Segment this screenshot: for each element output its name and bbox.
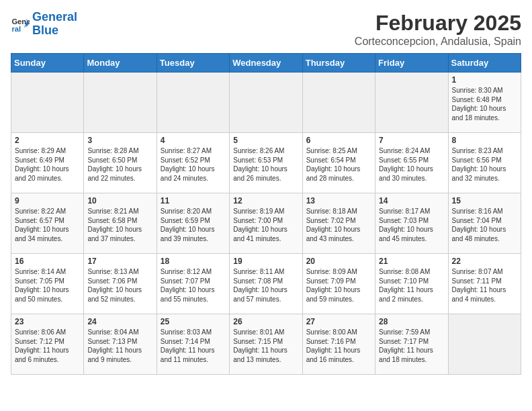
- calendar-cell: 3Sunrise: 8:28 AM Sunset: 6:50 PM Daylig…: [84, 133, 157, 193]
- day-info: Sunrise: 8:11 AM Sunset: 7:08 PM Dayligh…: [233, 267, 298, 304]
- day-info: Sunrise: 8:12 AM Sunset: 7:07 PM Dayligh…: [161, 267, 226, 304]
- weekday-header-sunday: Sunday: [11, 54, 84, 73]
- calendar-cell: 25Sunrise: 8:03 AM Sunset: 7:14 PM Dayli…: [157, 314, 229, 375]
- day-number: 3: [87, 136, 152, 145]
- calendar-cell: 16Sunrise: 8:14 AM Sunset: 7:05 PM Dayli…: [11, 254, 84, 314]
- day-info: Sunrise: 8:18 AM Sunset: 7:02 PM Dayligh…: [306, 207, 371, 243]
- calendar-cell: 20Sunrise: 8:09 AM Sunset: 7:09 PM Dayli…: [302, 254, 375, 314]
- day-info: Sunrise: 8:27 AM Sunset: 6:52 PM Dayligh…: [161, 146, 226, 183]
- day-info: Sunrise: 8:30 AM Sunset: 6:48 PM Dayligh…: [452, 86, 517, 122]
- calendar-cell: 2Sunrise: 8:29 AM Sunset: 6:49 PM Daylig…: [11, 133, 84, 193]
- day-number: 28: [379, 317, 444, 326]
- calendar-cell: [230, 73, 302, 133]
- day-number: 8: [452, 136, 517, 145]
- calendar-cell: [448, 314, 521, 375]
- day-info: Sunrise: 8:06 AM Sunset: 7:12 PM Dayligh…: [15, 328, 80, 364]
- svg-text:ral: ral: [11, 24, 21, 32]
- day-number: 20: [306, 257, 371, 266]
- calendar-cell: 15Sunrise: 8:16 AM Sunset: 7:04 PM Dayli…: [448, 193, 521, 254]
- calendar-cell: 1Sunrise: 8:30 AM Sunset: 6:48 PM Daylig…: [448, 73, 521, 133]
- calendar-cell: [375, 73, 448, 133]
- weekday-header-wednesday: Wednesday: [230, 54, 302, 73]
- calendar-cell: 22Sunrise: 8:07 AM Sunset: 7:11 PM Dayli…: [448, 254, 521, 314]
- calendar-cell: 14Sunrise: 8:17 AM Sunset: 7:03 PM Dayli…: [375, 193, 448, 254]
- day-info: Sunrise: 7:59 AM Sunset: 7:17 PM Dayligh…: [379, 328, 444, 364]
- week-row-5: 23Sunrise: 8:06 AM Sunset: 7:12 PM Dayli…: [11, 314, 521, 375]
- day-number: 18: [161, 257, 226, 266]
- calendar-cell: 26Sunrise: 8:01 AM Sunset: 7:15 PM Dayli…: [230, 314, 302, 375]
- calendar-cell: 5Sunrise: 8:26 AM Sunset: 6:53 PM Daylig…: [230, 133, 302, 193]
- day-number: 4: [161, 136, 226, 145]
- day-info: Sunrise: 8:20 AM Sunset: 6:59 PM Dayligh…: [161, 207, 226, 243]
- day-info: Sunrise: 8:09 AM Sunset: 7:09 PM Dayligh…: [306, 267, 371, 304]
- day-info: Sunrise: 8:26 AM Sunset: 6:53 PM Dayligh…: [233, 146, 298, 183]
- day-number: 11: [161, 196, 226, 205]
- day-info: Sunrise: 8:03 AM Sunset: 7:14 PM Dayligh…: [161, 328, 226, 364]
- day-info: Sunrise: 8:16 AM Sunset: 7:04 PM Dayligh…: [452, 207, 517, 243]
- calendar-cell: 19Sunrise: 8:11 AM Sunset: 7:08 PM Dayli…: [230, 254, 302, 314]
- calendar-cell: 27Sunrise: 8:00 AM Sunset: 7:16 PM Dayli…: [302, 314, 375, 375]
- day-number: 22: [452, 257, 517, 266]
- weekday-header-saturday: Saturday: [448, 54, 521, 73]
- day-info: Sunrise: 8:14 AM Sunset: 7:05 PM Dayligh…: [15, 267, 80, 304]
- calendar-cell: 24Sunrise: 8:04 AM Sunset: 7:13 PM Dayli…: [84, 314, 157, 375]
- calendar-cell: [84, 73, 157, 133]
- weekday-header-monday: Monday: [84, 54, 157, 73]
- day-number: 12: [233, 196, 298, 205]
- day-info: Sunrise: 8:19 AM Sunset: 7:00 PM Dayligh…: [233, 207, 298, 243]
- day-info: Sunrise: 8:07 AM Sunset: 7:11 PM Dayligh…: [452, 267, 517, 304]
- day-number: 10: [87, 196, 152, 205]
- day-number: 5: [233, 136, 298, 145]
- day-number: 7: [379, 136, 444, 145]
- calendar-cell: 7Sunrise: 8:24 AM Sunset: 6:55 PM Daylig…: [375, 133, 448, 193]
- calendar-cell: 28Sunrise: 7:59 AM Sunset: 7:17 PM Dayli…: [375, 314, 448, 375]
- week-row-2: 2Sunrise: 8:29 AM Sunset: 6:49 PM Daylig…: [11, 133, 521, 193]
- week-row-3: 9Sunrise: 8:22 AM Sunset: 6:57 PM Daylig…: [11, 193, 521, 254]
- day-info: Sunrise: 8:22 AM Sunset: 6:57 PM Dayligh…: [15, 207, 80, 243]
- calendar-cell: 23Sunrise: 8:06 AM Sunset: 7:12 PM Dayli…: [11, 314, 84, 375]
- day-number: 24: [87, 317, 152, 326]
- day-info: Sunrise: 8:23 AM Sunset: 6:56 PM Dayligh…: [452, 146, 517, 183]
- title-area: February 2025 Corteconcepcion, Andalusia…: [355, 11, 521, 48]
- calendar-cell: 10Sunrise: 8:21 AM Sunset: 6:58 PM Dayli…: [84, 193, 157, 254]
- day-info: Sunrise: 8:01 AM Sunset: 7:15 PM Dayligh…: [233, 328, 298, 364]
- day-number: 21: [379, 257, 444, 266]
- weekday-header-tuesday: Tuesday: [157, 54, 229, 73]
- calendar-cell: 6Sunrise: 8:25 AM Sunset: 6:54 PM Daylig…: [302, 133, 375, 193]
- day-number: 16: [15, 257, 80, 266]
- day-number: 17: [87, 257, 152, 266]
- weekday-header-row: SundayMondayTuesdayWednesdayThursdayFrid…: [11, 54, 521, 73]
- day-info: Sunrise: 8:25 AM Sunset: 6:54 PM Dayligh…: [306, 146, 371, 183]
- location-title: Corteconcepcion, Andalusia, Spain: [355, 36, 521, 48]
- day-info: Sunrise: 8:13 AM Sunset: 7:06 PM Dayligh…: [87, 267, 152, 304]
- calendar-cell: [302, 73, 375, 133]
- calendar-cell: 18Sunrise: 8:12 AM Sunset: 7:07 PM Dayli…: [157, 254, 229, 314]
- calendar-cell: [11, 73, 84, 133]
- weekday-header-friday: Friday: [375, 54, 448, 73]
- day-number: 13: [306, 196, 371, 205]
- week-row-1: 1Sunrise: 8:30 AM Sunset: 6:48 PM Daylig…: [11, 73, 521, 133]
- calendar-cell: 11Sunrise: 8:20 AM Sunset: 6:59 PM Dayli…: [157, 193, 229, 254]
- calendar-cell: 8Sunrise: 8:23 AM Sunset: 6:56 PM Daylig…: [448, 133, 521, 193]
- day-number: 9: [15, 196, 80, 205]
- day-number: 1: [452, 75, 517, 85]
- logo-text-line2: Blue: [32, 24, 77, 38]
- day-number: 27: [306, 317, 371, 326]
- logo-icon: Gene ral: [11, 15, 30, 34]
- calendar-cell: 21Sunrise: 8:08 AM Sunset: 7:10 PM Dayli…: [375, 254, 448, 314]
- day-number: 25: [161, 317, 226, 326]
- day-info: Sunrise: 8:29 AM Sunset: 6:49 PM Dayligh…: [15, 146, 80, 183]
- day-number: 19: [233, 257, 298, 266]
- day-info: Sunrise: 8:04 AM Sunset: 7:13 PM Dayligh…: [87, 328, 152, 364]
- day-number: 15: [452, 196, 517, 205]
- logo-text-line1: General: [32, 11, 77, 24]
- day-number: 26: [233, 317, 298, 326]
- calendar-cell: 9Sunrise: 8:22 AM Sunset: 6:57 PM Daylig…: [11, 193, 84, 254]
- calendar: SundayMondayTuesdayWednesdayThursdayFrid…: [11, 53, 521, 375]
- day-info: Sunrise: 8:08 AM Sunset: 7:10 PM Dayligh…: [379, 267, 444, 304]
- logo: Gene ral General Blue: [11, 11, 77, 38]
- day-info: Sunrise: 8:28 AM Sunset: 6:50 PM Dayligh…: [87, 146, 152, 183]
- day-info: Sunrise: 8:21 AM Sunset: 6:58 PM Dayligh…: [87, 207, 152, 243]
- calendar-cell: 13Sunrise: 8:18 AM Sunset: 7:02 PM Dayli…: [302, 193, 375, 254]
- calendar-cell: 17Sunrise: 8:13 AM Sunset: 7:06 PM Dayli…: [84, 254, 157, 314]
